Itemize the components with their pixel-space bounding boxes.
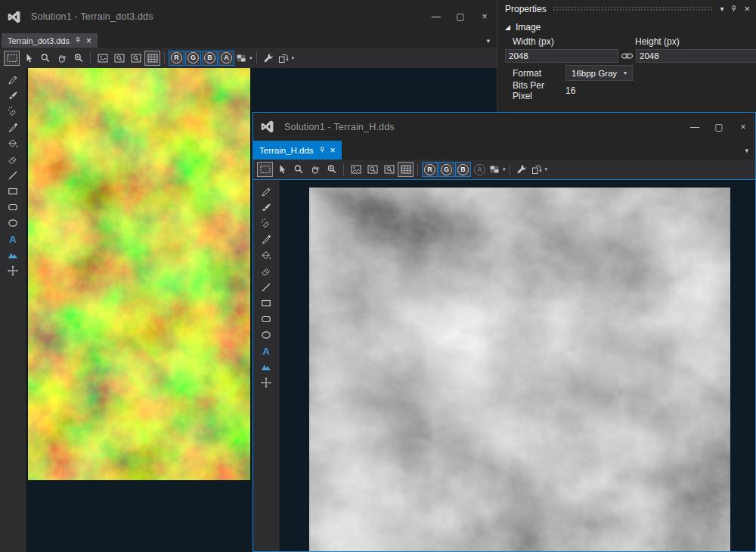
width-input[interactable] (505, 49, 618, 63)
chevron-down-icon: ▾ (624, 70, 627, 76)
pin-icon[interactable] (730, 5, 738, 14)
close-icon[interactable]: × (330, 146, 336, 155)
rounded-rectangle-tool[interactable] (258, 313, 274, 325)
blue-channel-toggle[interactable]: B (202, 51, 218, 66)
transparency-background-toggle[interactable]: ▾ (235, 51, 253, 66)
mip-maps-button[interactable] (94, 51, 110, 66)
pan-tool[interactable] (54, 51, 70, 66)
close-icon[interactable]: × (86, 36, 91, 45)
transform-tool[interactable] (258, 377, 274, 389)
text-tool[interactable]: A (5, 233, 21, 245)
tab-terrain-h[interactable]: Terrain_H.dds × (253, 141, 342, 160)
properties-body: ◢ Image Width (px) Height (px) Format 16… (497, 17, 756, 99)
titlebar[interactable]: Solution1 - Terrain_dot3.dds — ▢ × (0, 0, 497, 33)
advanced-menu-button[interactable] (261, 51, 277, 66)
image-canvas[interactable] (280, 180, 755, 551)
toolbar-separator (417, 164, 418, 175)
pointer-tool[interactable] (274, 162, 290, 177)
tab-list-chevron-icon[interactable]: ▾ (486, 37, 497, 45)
fit-to-window-button[interactable] (128, 51, 144, 66)
pencil-tool[interactable] (258, 186, 274, 198)
eyedropper-tool[interactable] (258, 234, 274, 246)
properties-titlebar[interactable]: Properties ▾ × (497, 0, 756, 17)
line-tool[interactable] (5, 169, 21, 181)
green-channel-toggle[interactable]: G (438, 162, 454, 177)
airbrush-tool[interactable] (258, 218, 274, 230)
rectangle-tool[interactable] (5, 185, 21, 197)
close-button[interactable]: × (472, 8, 497, 26)
window-title: Solution1 - Terrain_H.dds (284, 122, 395, 132)
window-controls: — ▢ × (683, 118, 755, 136)
gradient-tool[interactable] (258, 361, 274, 373)
mip-maps-button[interactable] (348, 162, 364, 177)
fill-tool[interactable] (5, 138, 21, 150)
close-button[interactable]: × (731, 118, 755, 136)
eraser-tool[interactable] (258, 265, 274, 278)
rounded-rectangle-tool[interactable] (5, 201, 21, 213)
actual-size-button[interactable] (111, 51, 127, 66)
fill-tool[interactable] (258, 250, 274, 262)
height-input[interactable] (636, 49, 756, 63)
maximize-button[interactable]: ▢ (448, 8, 472, 26)
filters-menu-button[interactable]: ▾ (277, 51, 295, 66)
red-channel-toggle[interactable]: R (422, 162, 438, 177)
text-tool[interactable]: A (258, 345, 274, 357)
blue-channel-toggle[interactable]: B (455, 162, 471, 177)
pin-icon[interactable] (74, 36, 82, 45)
tab-terrain-dot3[interactable]: Terrain_dot3.dds × (2, 33, 98, 48)
ellipse-tool[interactable] (258, 329, 274, 341)
titlebar[interactable]: Solution1 - Terrain_H.dds — ▢ × (253, 113, 755, 141)
terrain-dot3-image (28, 68, 250, 480)
maximize-button[interactable]: ▢ (707, 118, 731, 136)
magnify-region-tool[interactable] (70, 51, 86, 66)
actual-size-button[interactable] (364, 162, 380, 177)
filters-menu-button[interactable]: ▾ (531, 162, 548, 177)
width-label: Width (px) (505, 36, 635, 47)
alpha-channel-toggle[interactable]: A (472, 162, 488, 177)
transform-tool[interactable] (5, 265, 21, 277)
link-dimensions-icon[interactable] (621, 51, 634, 60)
red-channel-toggle[interactable]: R (169, 51, 184, 66)
advanced-menu-button[interactable] (514, 162, 530, 177)
pan-tool[interactable] (307, 162, 323, 177)
pencil-tool[interactable] (5, 74, 21, 86)
pin-icon[interactable] (318, 146, 326, 154)
brush-tool[interactable] (258, 202, 274, 214)
expander-icon[interactable]: ◢ (505, 23, 510, 31)
ellipse-tool[interactable] (5, 217, 21, 229)
zoom-tool[interactable] (290, 162, 306, 177)
zoom-tool[interactable] (37, 51, 53, 66)
alpha-channel-toggle[interactable]: A (218, 51, 234, 66)
minimize-button[interactable]: — (424, 8, 448, 26)
text-tool-glyph: A (9, 234, 16, 244)
chevron-down-icon: ▾ (503, 166, 506, 172)
tab-label: Terrain_dot3.dds (8, 36, 70, 45)
grid-toggle[interactable] (398, 162, 414, 177)
green-channel-toggle[interactable]: G (185, 51, 201, 66)
pointer-tool[interactable] (20, 51, 36, 66)
window-position-chevron-icon[interactable]: ▾ (720, 5, 723, 13)
alpha-channel-toggle-glyph: A (474, 164, 485, 175)
gradient-tool[interactable] (5, 249, 21, 261)
drag-grip[interactable] (553, 6, 714, 11)
grid-toggle[interactable] (144, 51, 160, 66)
magnify-region-tool[interactable] (324, 162, 339, 177)
eraser-tool[interactable] (5, 154, 21, 166)
rect-select-tool[interactable] (4, 51, 20, 66)
image-editor-toolbar: RGBA▾▾ (0, 48, 497, 68)
rectangle-tool[interactable] (258, 297, 274, 309)
rect-select-tool[interactable] (257, 162, 273, 177)
tab-list-chevron-icon[interactable]: ▾ (745, 147, 755, 154)
brush-tool[interactable] (5, 90, 21, 102)
category-image[interactable]: ◢ Image (505, 19, 748, 35)
transparency-background-toggle[interactable]: ▾ (488, 162, 506, 177)
category-label: Image (516, 22, 541, 33)
fit-to-window-button[interactable] (381, 162, 397, 177)
height-label: Height (px) (635, 36, 680, 47)
minimize-button[interactable]: — (683, 118, 707, 136)
close-icon[interactable]: × (744, 3, 750, 14)
format-dropdown[interactable]: 16bpp Gray ▾ (565, 65, 633, 81)
line-tool[interactable] (258, 281, 274, 293)
eyedropper-tool[interactable] (5, 122, 21, 134)
airbrush-tool[interactable] (5, 106, 21, 118)
